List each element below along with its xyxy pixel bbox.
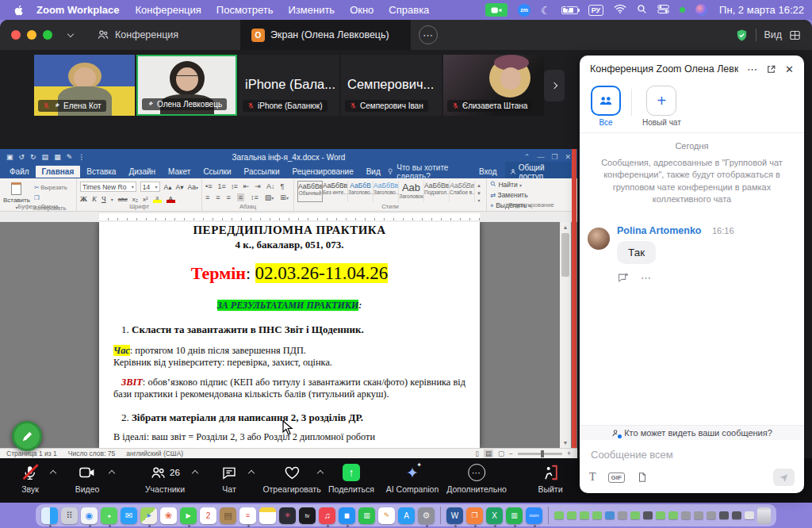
increase-indent-button[interactable]: ⇥ bbox=[255, 182, 261, 190]
menubar-menu-window[interactable]: Окно bbox=[350, 4, 373, 16]
word-vertical-scrollbar[interactable]: ▲ ▼ bbox=[560, 222, 571, 448]
zoom-slider[interactable] bbox=[518, 453, 562, 455]
text-highlight-button[interactable]: а bbox=[153, 195, 162, 203]
message-input[interactable] bbox=[589, 448, 795, 461]
view-grid-icon[interactable] bbox=[789, 29, 801, 41]
system-settings-icon[interactable]: ⚙ bbox=[418, 507, 435, 524]
word-icon[interactable]: W bbox=[446, 507, 463, 524]
minimize-icon[interactable]: — bbox=[537, 153, 544, 161]
scrollbar-thumb[interactable] bbox=[561, 233, 569, 277]
word-count[interactable]: Число слов: 75 bbox=[68, 450, 116, 457]
minimized-window[interactable] bbox=[681, 511, 691, 519]
launchpad-icon[interactable]: ⠿ bbox=[61, 507, 78, 524]
ribbon-display-icon[interactable]: ⌃ bbox=[524, 153, 530, 161]
minimized-window[interactable] bbox=[694, 511, 703, 519]
video-options-chevron[interactable] bbox=[109, 470, 115, 476]
align-right-button[interactable]: ≡ bbox=[227, 193, 231, 201]
apple-menu-icon[interactable] bbox=[13, 4, 25, 17]
tab-review[interactable]: Рецензирование bbox=[285, 166, 359, 178]
minimized-window[interactable] bbox=[732, 511, 741, 519]
subscript-button[interactable]: x₂ bbox=[132, 196, 138, 203]
siri-icon[interactable] bbox=[695, 4, 707, 16]
minimize-window-button[interactable] bbox=[27, 30, 36, 40]
restore-icon[interactable]: ❐ bbox=[551, 153, 557, 161]
menubar-app-name[interactable]: Zoom Workplace bbox=[36, 4, 120, 16]
underline-button[interactable]: Ч bbox=[102, 195, 106, 203]
align-left-button[interactable]: ≡ bbox=[205, 193, 209, 201]
minimized-window[interactable] bbox=[630, 511, 640, 519]
language-indicator[interactable]: английский (США) bbox=[126, 450, 183, 457]
tab-meeting[interactable]: Конференция bbox=[97, 20, 178, 50]
participants-options-chevron[interactable] bbox=[192, 470, 198, 476]
sort-button[interactable]: А↓ bbox=[266, 182, 275, 190]
privacy-bar[interactable]: Кто может видеть ваши сообщения? bbox=[580, 425, 804, 440]
chat-options-chevron[interactable] bbox=[248, 470, 255, 476]
zoom-menubar-icon[interactable]: zm bbox=[518, 4, 530, 17]
justify-button[interactable]: ≡ bbox=[237, 193, 244, 201]
style-title[interactable]: AabЗаголовок bbox=[399, 181, 424, 202]
style-subtle-emphasis[interactable]: АаБбВвГгСлабое в... bbox=[450, 181, 475, 202]
cut-button[interactable]: ✂ Вырезать bbox=[34, 182, 73, 193]
wifi-icon[interactable] bbox=[614, 4, 626, 16]
minimized-window[interactable] bbox=[719, 511, 729, 519]
maps-icon[interactable]: ➤ bbox=[140, 507, 157, 524]
contacts-icon[interactable]: ▤ bbox=[220, 507, 236, 524]
messages-icon[interactable]: ● bbox=[101, 507, 117, 524]
video-tile-elena-kot[interactable]: Елена Кот bbox=[34, 55, 135, 116]
chat-more-options-icon[interactable]: ⋯ bbox=[747, 63, 757, 75]
tab-design[interactable]: Дизайн bbox=[122, 166, 162, 178]
mail-icon[interactable]: ✉ bbox=[121, 507, 137, 524]
print-layout-icon[interactable]: ▤ bbox=[484, 450, 493, 457]
minimized-window[interactable] bbox=[643, 511, 653, 519]
decrease-indent-button[interactable]: ⇤ bbox=[243, 182, 250, 190]
strikethrough-button[interactable]: abc bbox=[118, 196, 128, 203]
tab-file[interactable]: Файл bbox=[3, 166, 36, 178]
chat-message[interactable]: Polina Artomenko 16:16 Так ⋯ bbox=[588, 225, 796, 284]
pop-out-icon[interactable] bbox=[766, 64, 776, 75]
minimized-window[interactable] bbox=[745, 511, 754, 519]
web-layout-icon[interactable]: ▢ bbox=[498, 450, 504, 457]
menubar-menu-edit[interactable]: Изменить bbox=[288, 4, 335, 16]
close-chat-icon[interactable]: ✕ bbox=[785, 63, 794, 75]
style-no-spacing[interactable]: АаБбВвГг,Без инте... bbox=[323, 181, 348, 202]
share-screen-button[interactable]: ↑ Поделиться bbox=[328, 463, 374, 494]
scroll-up-icon[interactable]: ▲ bbox=[560, 222, 571, 232]
tab-view[interactable]: Вид bbox=[360, 166, 387, 178]
security-shield-icon[interactable] bbox=[735, 29, 749, 42]
align-center-button[interactable]: ≡ bbox=[216, 193, 220, 201]
message-bubble[interactable]: Так bbox=[617, 241, 656, 264]
bold-button[interactable]: Ж bbox=[80, 195, 87, 203]
style-subtitle[interactable]: АаБбВвГПодзагол... bbox=[424, 181, 450, 202]
photos-icon[interactable]: ❀ bbox=[160, 507, 177, 524]
tab-shared-screen[interactable]: О Экран (Олена Левковець) bbox=[240, 20, 411, 50]
word-ruler[interactable] bbox=[0, 212, 577, 222]
zoom-out-button[interactable]: − bbox=[509, 450, 513, 457]
app-store-icon[interactable]: A bbox=[398, 507, 415, 524]
texteditor-icon[interactable]: ✎ bbox=[378, 507, 395, 524]
facetime-icon[interactable]: ▶ bbox=[180, 507, 197, 524]
line-spacing-button[interactable]: ↕≡ bbox=[251, 193, 259, 201]
zoom-slider-thumb[interactable] bbox=[541, 450, 544, 457]
chart-app-icon[interactable]: ▥ bbox=[506, 507, 523, 524]
find-button[interactable]: Найти ▾ bbox=[490, 180, 573, 190]
tab-layout[interactable]: Макет bbox=[162, 166, 197, 178]
input-source-badge[interactable]: РУ bbox=[588, 5, 603, 16]
control-center-icon[interactable] bbox=[657, 4, 669, 17]
media-icon[interactable]: ✳ bbox=[279, 507, 296, 524]
send-button[interactable] bbox=[773, 469, 795, 486]
tab-references[interactable]: Ссылки bbox=[197, 166, 237, 178]
audio-options-chevron[interactable] bbox=[50, 470, 56, 476]
minimized-window[interactable] bbox=[567, 511, 576, 519]
show-paragraph-marks-button[interactable]: ¶ bbox=[280, 182, 284, 190]
finder-icon[interactable] bbox=[41, 507, 58, 524]
participants-button[interactable]: 26 Участники bbox=[145, 463, 185, 494]
minimized-window[interactable] bbox=[656, 511, 665, 519]
style-normal[interactable]: АаБбВвГг,Обычный bbox=[297, 181, 323, 202]
ai-companion-button[interactable]: ✦✦ AI Companion bbox=[386, 463, 439, 494]
annotate-button[interactable] bbox=[12, 421, 42, 451]
shrink-font-button[interactable]: А▾ bbox=[176, 183, 184, 191]
minimized-window[interactable] bbox=[707, 511, 716, 519]
more-button[interactable]: ⋯ Дополнительно bbox=[446, 463, 507, 494]
avatar[interactable] bbox=[588, 228, 610, 250]
filmstrip-next-button[interactable] bbox=[544, 70, 565, 101]
